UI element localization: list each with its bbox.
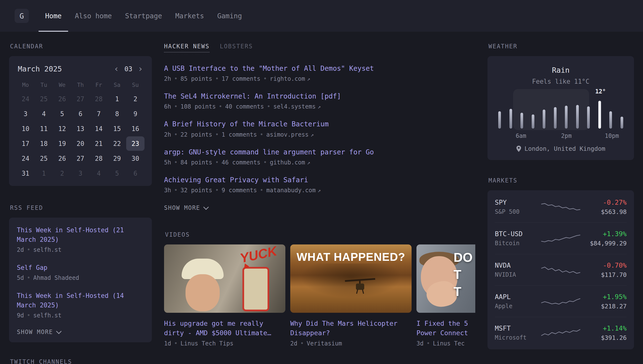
video-title[interactable]: Why Did The Mars Helicopter Disappear? [290, 318, 412, 338]
video-thumbnail[interactable]: YUCK ▼ [164, 244, 285, 313]
calendar-day: 20 [71, 136, 90, 151]
rss-show-more-button[interactable]: SHOW MORE [17, 328, 61, 336]
separator-dot: • [215, 76, 219, 82]
calendar-prev-button[interactable]: ‹ [114, 64, 119, 73]
calendar-day: 7 [90, 106, 108, 121]
nav-tab-gaming[interactable]: Gaming [211, 0, 249, 32]
rss-section: RSS FEED This Week in Self-Hosted (21 Ma… [9, 204, 152, 342]
news-item-source-link[interactable]: sel4.systems↗ [273, 103, 321, 110]
market-symbol: AAPL [495, 293, 541, 300]
calendar-next-button[interactable]: › [138, 64, 143, 73]
calendar-day: 14 [90, 122, 108, 136]
weather-location-row: London, United Kingdom [496, 145, 625, 152]
weather-section-title: WEATHER [488, 43, 634, 50]
calendar-day: 5 [108, 166, 126, 180]
news-item-comments[interactable]: 46 comments [222, 159, 260, 166]
calendar-day: 27 [71, 92, 90, 106]
videos-row: YUCK ▼ His upgrade got me really dirty -… [164, 244, 475, 347]
news-item-source-link[interactable]: righto.com↗ [270, 76, 310, 82]
nav-tab-also-home[interactable]: Also home [68, 0, 118, 32]
calendar-day: 25 [35, 92, 53, 106]
separator-dot: • [174, 103, 178, 110]
calendar-weekdays-row: MoTuWeThFrSaSu [16, 80, 145, 90]
news-item-comments[interactable]: 17 comments [222, 76, 260, 82]
calendar-day: 24 [16, 151, 35, 166]
video-meta: 3d•Linus Tec [416, 340, 475, 347]
tab-lobsters[interactable]: LOBSTERS [220, 43, 253, 52]
news-item-points: 32 points [180, 187, 212, 194]
news-item-title[interactable]: Achieving Great Privacy with Safari [164, 176, 308, 184]
market-ticker[interactable]: SPY S&P 500 [495, 198, 541, 215]
market-price: $218.27 [580, 303, 627, 310]
weather-temp-bar [609, 111, 612, 129]
weather-temp-bar [576, 105, 579, 129]
video-title[interactable]: His upgrade got me really dirty - AMD $5… [164, 318, 285, 338]
video-thumbnail[interactable]: DO T T [416, 244, 475, 313]
separator-dot: • [174, 187, 178, 194]
separator-dot: • [27, 274, 30, 281]
calendar-day: 26 [53, 151, 71, 166]
calendar-section-title: CALENDAR [10, 43, 152, 50]
news-item-source-link[interactable]: asimov.press↗ [266, 131, 314, 138]
market-ticker[interactable]: MSFT Microsoft [495, 324, 541, 341]
separator-dot: • [174, 131, 178, 138]
market-ticker[interactable]: BTC-USD Bitcoin [495, 230, 541, 247]
app-logo[interactable]: G [15, 9, 29, 23]
market-change: +1.95% [580, 293, 627, 300]
news-item-age: 2h [164, 76, 171, 82]
separator-dot: • [267, 103, 270, 110]
news-item-title[interactable]: The SeL4 Microkernel: An Introduction [p… [164, 92, 341, 100]
markets-section: MARKETS SPY S&P 500 -0.27% $563.98 [487, 177, 634, 349]
news-item-comments[interactable]: 40 comments [225, 103, 264, 110]
rss-item-title[interactable]: Self Gap [17, 263, 144, 272]
calendar-day: 28 [90, 92, 108, 106]
news-item-title[interactable]: A Brief History of the Miracle Bacterium [164, 120, 329, 128]
chevron-down-icon [203, 204, 209, 210]
news-item-source-link[interactable]: matanabudy.com↗ [266, 187, 321, 194]
calendar-day: 25 [35, 151, 53, 166]
market-price: $117.70 [580, 271, 627, 278]
news-item-comments[interactable]: 1 comments [222, 131, 257, 138]
news-show-more-button[interactable]: SHOW MORE [164, 204, 208, 211]
rss-item-title[interactable]: This Week in Self-Hosted (14 March 2025) [17, 291, 144, 310]
calendar-weekday-label: Su [126, 80, 145, 90]
calendar-day: 18 [35, 136, 53, 151]
show-more-label: SHOW MORE [17, 328, 53, 336]
sparkline-chart [541, 231, 580, 246]
video-thumbnail[interactable]: WHAT HAPPENED? [290, 244, 412, 313]
market-name: NVIDIA [495, 271, 541, 278]
weather-temp-bar [520, 113, 523, 128]
news-item-comments[interactable]: 9 comments [222, 187, 257, 194]
calendar-weekday-label: Mo [16, 80, 35, 90]
nav-tab-home[interactable]: Home [39, 0, 68, 32]
tab-hacker-news[interactable]: HACKER NEWS [164, 43, 209, 52]
news-item: A USB Interface to the "Mother of All De… [164, 64, 475, 82]
calendar-weekday-label: Th [71, 80, 90, 90]
separator-dot: • [174, 159, 178, 166]
nav-tab-startpage[interactable]: Startpage [118, 0, 169, 32]
separator-dot: • [263, 76, 267, 82]
helicopter-shape [345, 278, 375, 296]
news-item-domain: matanabudy.com [266, 187, 316, 194]
market-values: -0.70% $117.70 [580, 262, 627, 278]
weather-temp-bar [543, 110, 545, 128]
rss-item-meta: 9d•selfh.st [17, 312, 144, 319]
news-item: argp: GNU-style command line argument pa… [164, 147, 475, 166]
news-item-title[interactable]: A USB Interface to the "Mother of All De… [164, 64, 374, 72]
market-price: $391.26 [580, 334, 627, 341]
calendar-day: 11 [35, 122, 53, 136]
market-ticker[interactable]: NVDA NVIDIA [495, 262, 541, 278]
market-values: +1.14% $391.26 [580, 324, 627, 341]
news-item-source-link[interactable]: github.com↗ [270, 159, 310, 166]
rss-item-title[interactable]: This Week in Self-Hosted (21 March 2025) [17, 226, 144, 244]
calendar-day: 22 [108, 136, 126, 151]
nav-tab-markets[interactable]: Markets [169, 0, 211, 32]
calendar-month-number[interactable]: 03 [125, 65, 133, 73]
market-ticker[interactable]: AAPL Apple [495, 293, 541, 310]
market-sparkline [541, 231, 580, 246]
video-title[interactable]: I Fixed the 5 Power Connect [416, 318, 475, 338]
news-item-title[interactable]: argp: GNU-style command line argument pa… [164, 148, 374, 156]
top-nav: G Home Also home Startpage Markets Gamin… [0, 0, 643, 32]
calendar-weekday-label: Sa [108, 80, 126, 90]
market-price: $84,999.29 [580, 240, 627, 247]
